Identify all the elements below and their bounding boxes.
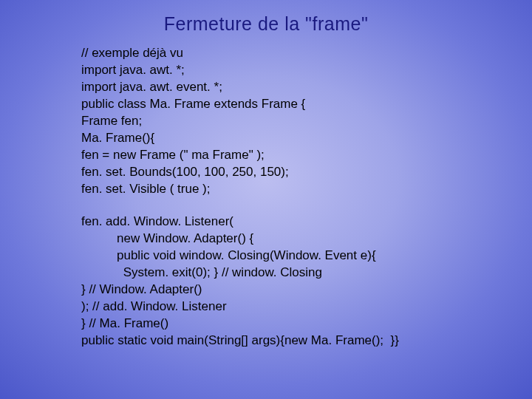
- code-line: import java. awt. *;: [81, 62, 532, 79]
- code-line: public static void main(String[] args){n…: [81, 332, 532, 349]
- code-line: // exemple déjà vu: [81, 45, 532, 62]
- code-line: } // Window. Adapter(): [81, 282, 532, 299]
- slide-title: Fermeture de la "frame": [0, 0, 532, 45]
- code-line: Ma. Frame(){: [81, 130, 532, 147]
- code-block: // exemple déjà vu import java. awt. *; …: [81, 45, 532, 349]
- blank-line: [81, 197, 532, 214]
- code-line: fen. add. Window. Listener(: [81, 214, 532, 231]
- code-line: public void window. Closing(Window. Even…: [81, 248, 532, 265]
- code-line: public class Ma. Frame extends Frame {: [81, 96, 532, 113]
- code-line: System. exit(0); } // window. Closing: [81, 265, 532, 282]
- code-line: fen. set. Bounds(100, 100, 250, 150);: [81, 164, 532, 181]
- code-line: fen. set. Visible ( true );: [81, 181, 532, 198]
- code-line: } // Ma. Frame(): [81, 316, 532, 332]
- code-line: ); // add. Window. Listener: [81, 299, 532, 316]
- code-line: Frame fen;: [81, 113, 532, 130]
- code-line: new Window. Adapter() {: [81, 231, 532, 248]
- code-line: import java. awt. event. *;: [81, 79, 532, 96]
- code-line: fen = new Frame (" ma Frame" );: [81, 147, 532, 164]
